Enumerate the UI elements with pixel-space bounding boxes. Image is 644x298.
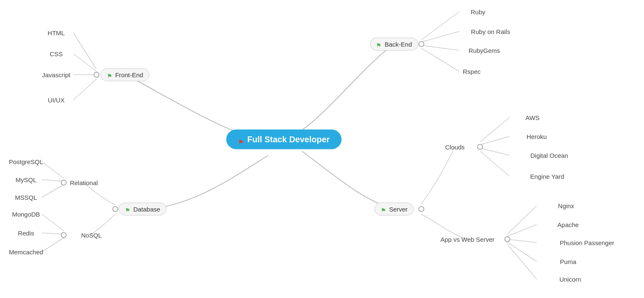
center-flag-icon bbox=[238, 137, 244, 142]
subbranch-app-web-server: App vs Web Server bbox=[441, 236, 495, 243]
leaf-heroku: Heroku bbox=[527, 133, 547, 140]
database-label: Database bbox=[133, 206, 160, 213]
svg-point-28 bbox=[419, 207, 424, 212]
svg-line-11 bbox=[421, 31, 459, 42]
leaf-rubygems: RubyGems bbox=[468, 47, 500, 54]
svg-point-30 bbox=[505, 237, 510, 242]
server-label: Server bbox=[389, 206, 408, 213]
svg-point-25 bbox=[61, 180, 66, 185]
leaf-phusion-passenger: Phusion Passenger bbox=[560, 239, 614, 246]
svg-line-18 bbox=[507, 206, 537, 234]
svg-line-14 bbox=[480, 118, 509, 142]
svg-line-4 bbox=[42, 162, 64, 178]
svg-line-1 bbox=[73, 54, 96, 71]
frontend-flag-icon bbox=[107, 72, 113, 78]
svg-line-9 bbox=[42, 238, 64, 252]
svg-line-10 bbox=[421, 12, 459, 40]
leaf-javascript: Javascript bbox=[42, 71, 70, 78]
leaf-postgresql: PostgreSQL bbox=[9, 158, 43, 165]
center-node: Full Stack Developer bbox=[226, 130, 342, 149]
backend-label: Back-End bbox=[384, 41, 412, 48]
branch-backend: Back-End bbox=[370, 38, 418, 51]
center-label: Full Stack Developer bbox=[247, 135, 330, 144]
leaf-puma: Puma bbox=[560, 258, 576, 265]
subbranch-nosql: NoSQL bbox=[81, 232, 101, 239]
svg-line-7 bbox=[42, 214, 64, 231]
svg-point-27 bbox=[419, 42, 424, 47]
leaf-mssql: MSSQL bbox=[15, 194, 37, 201]
leaf-ruby: Ruby bbox=[470, 8, 485, 16]
svg-point-26 bbox=[61, 233, 66, 238]
leaf-mysql: MySQL bbox=[16, 176, 36, 183]
svg-point-29 bbox=[478, 144, 483, 149]
subbranch-relational: Relational bbox=[70, 179, 98, 186]
svg-point-24 bbox=[113, 207, 118, 212]
leaf-digital-ocean: Digital Ocean bbox=[530, 152, 568, 159]
svg-line-6 bbox=[42, 185, 64, 197]
database-flag-icon bbox=[125, 207, 131, 212]
frontend-label: Front-End bbox=[115, 71, 143, 78]
branch-server: Server bbox=[374, 203, 414, 216]
backend-flag-icon bbox=[376, 42, 382, 47]
leaf-unicorn: Unicorn bbox=[559, 276, 581, 283]
svg-line-15 bbox=[480, 136, 509, 145]
leaf-uiux: UI/UX bbox=[48, 97, 65, 104]
leaf-css: CSS bbox=[50, 50, 63, 58]
svg-line-8 bbox=[42, 233, 64, 234]
leaf-apache: Apache bbox=[558, 221, 579, 228]
svg-line-19 bbox=[507, 225, 537, 236]
branch-database: Database bbox=[119, 203, 166, 216]
svg-line-13 bbox=[421, 48, 459, 71]
svg-line-5 bbox=[42, 180, 64, 181]
leaf-engine-yard: Engine Yard bbox=[530, 173, 564, 180]
leaf-html: HTML bbox=[48, 29, 65, 37]
leaf-mongodb: MongoDB bbox=[12, 211, 40, 218]
svg-line-16 bbox=[480, 148, 509, 155]
leaf-nginx: Nginx bbox=[558, 202, 574, 209]
leaf-memcached: Memcached bbox=[9, 248, 43, 256]
svg-line-21 bbox=[507, 242, 537, 261]
svg-line-0 bbox=[73, 33, 96, 69]
svg-line-22 bbox=[507, 244, 537, 279]
subbranch-clouds: Clouds bbox=[445, 144, 465, 151]
svg-point-23 bbox=[94, 72, 99, 77]
branch-frontend: Front-End bbox=[101, 68, 150, 81]
svg-line-12 bbox=[421, 45, 459, 50]
svg-line-17 bbox=[480, 151, 509, 176]
leaf-rspec: Rspec bbox=[463, 68, 481, 75]
leaf-redis: Redis bbox=[18, 230, 34, 237]
svg-line-20 bbox=[507, 239, 537, 243]
server-flag-icon bbox=[381, 207, 387, 212]
leaf-ruby-on-rails: Ruby on Rails bbox=[471, 28, 510, 35]
leaf-aws: AWS bbox=[525, 114, 540, 121]
svg-line-3 bbox=[73, 79, 96, 100]
